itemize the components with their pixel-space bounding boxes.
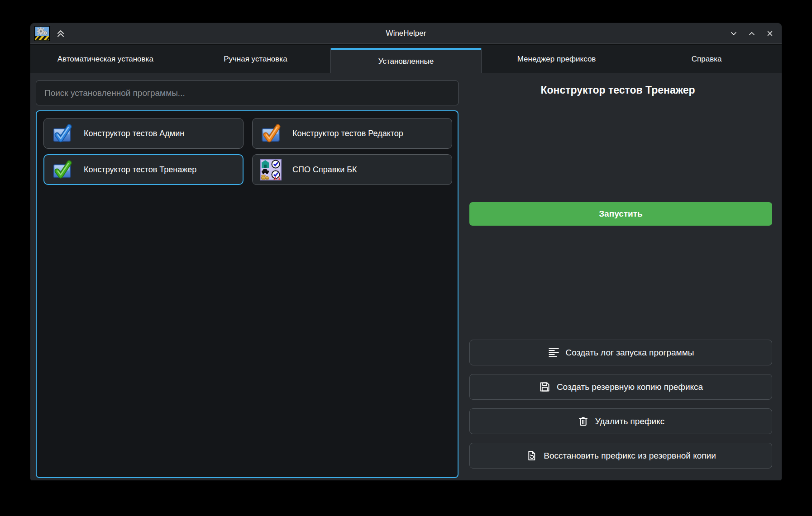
action-label: Создать лог запуска программы <box>566 348 694 358</box>
program-item-spo-spravki[interactable]: 2.5 СПО Справки БК <box>252 154 452 185</box>
minimize-button[interactable] <box>726 27 741 40</box>
window-title: WineHelper <box>30 29 782 38</box>
maximize-button[interactable] <box>745 27 759 40</box>
close-button[interactable] <box>763 27 777 40</box>
tab-manual-install[interactable]: Ручная установка <box>181 45 331 73</box>
file-restore-icon <box>525 450 538 462</box>
backup-prefix-button[interactable]: Создать резервную копию префикса <box>469 374 772 400</box>
program-item-trainer[interactable]: Конструктор тестов Тренажер <box>43 154 244 185</box>
program-label: Конструктор тестов Редактор <box>292 129 403 138</box>
svg-text:2.5: 2.5 <box>273 176 281 180</box>
action-label: Создать резервную копию префикса <box>557 382 703 392</box>
chevron-up-icon <box>747 29 756 38</box>
action-label: Восстановить префикс из резервной копии <box>544 451 716 461</box>
delete-prefix-button[interactable]: Удалить префикс <box>469 408 772 434</box>
action-label: Удалить префикс <box>595 417 665 426</box>
winehelper-app-icon <box>34 26 50 41</box>
double-chevron-up-icon <box>55 28 66 39</box>
installed-programs-list: Конструктор тестов Админ Конструктор тес… <box>36 110 459 478</box>
program-label: СПО Справки БК <box>292 165 357 175</box>
tab-auto-install[interactable]: Автоматическая установка <box>30 45 181 73</box>
checkmark-orange-icon <box>260 123 282 144</box>
tab-bar: Автоматическая установка Ручная установк… <box>30 45 782 73</box>
create-log-button[interactable]: Создать лог запуска программы <box>469 340 772 365</box>
run-button[interactable]: Запустить <box>469 202 772 226</box>
winehelper-window: WineHelper Автоматическая установка Ручн <box>30 23 782 481</box>
program-item-admin[interactable]: Конструктор тестов Админ <box>43 118 244 149</box>
tab-help[interactable]: Справка <box>631 45 782 73</box>
tab-installed[interactable]: Установленные <box>330 48 482 73</box>
trash-icon <box>577 415 589 427</box>
checkmark-blue-icon <box>51 123 73 144</box>
restore-prefix-button[interactable]: Восстановить префикс из резервной копии <box>469 443 772 469</box>
window-controls <box>726 27 777 40</box>
titlebar: WineHelper <box>30 23 782 44</box>
tab-prefix-manager[interactable]: Менеджер префиксов <box>482 45 632 73</box>
selected-program-title: Конструктор тестов Тренажер <box>464 84 772 96</box>
program-item-editor[interactable]: Конструктор тестов Редактор <box>252 118 452 149</box>
window-menu-button[interactable] <box>34 25 50 42</box>
log-lines-icon <box>548 346 560 359</box>
checkmark-green-icon <box>51 159 73 180</box>
chevron-down-icon <box>729 29 738 38</box>
floppy-disk-icon <box>539 381 551 393</box>
program-label: Конструктор тестов Админ <box>84 129 184 138</box>
keep-above-button[interactable] <box>54 27 67 40</box>
search-input[interactable] <box>36 80 459 105</box>
spo-spravki-icon: 2.5 <box>260 159 282 180</box>
program-label: Конструктор тестов Тренажер <box>84 165 196 175</box>
close-icon <box>765 29 774 38</box>
